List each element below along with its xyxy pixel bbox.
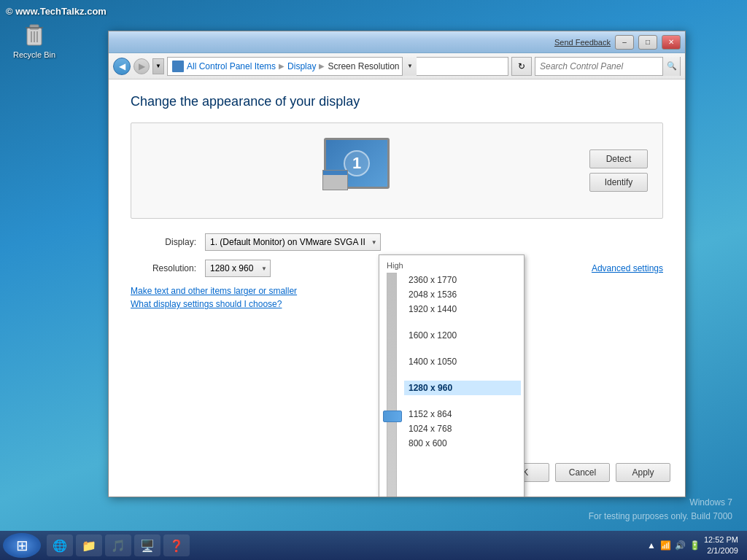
res-item-1920[interactable]: 1920 x 1440 <box>404 302 521 316</box>
taskbar-pc-icon[interactable]: 🖥️ <box>134 534 160 556</box>
breadcrumb-display[interactable]: Display <box>287 61 316 71</box>
identify-button[interactable]: Identify <box>589 173 648 192</box>
res-high-label: High <box>379 260 524 273</box>
breadcrumb-bar: All Control Panel Items ▶ Display ▶ Scre… <box>167 57 508 76</box>
breadcrumb-sep-2: ▶ <box>319 62 325 70</box>
taskbar-help-icon[interactable]: ❓ <box>163 534 190 556</box>
tray-arrow-icon[interactable]: ▲ <box>646 540 657 551</box>
monitor-area: 1 Detect Identify <box>131 122 663 219</box>
res-item-2360[interactable]: 2360 x 1770 <box>404 273 521 287</box>
breadcrumb-sep-1: ▶ <box>279 62 285 70</box>
monitor-graphic: 1 <box>324 138 411 203</box>
resolution-select[interactable]: 1280 x 960 ▼ <box>205 260 271 277</box>
res-item-800[interactable]: 800 x 600 <box>404 436 521 451</box>
minimize-button[interactable]: – <box>615 35 634 50</box>
start-button[interactable]: ⊞ <box>3 533 41 558</box>
navigation-bar: ◀ ▶ ▼ All Control Panel Items ▶ Display … <box>109 53 685 79</box>
win7-line2: For testing purposes only. Build 7000 <box>589 510 732 524</box>
cancel-button[interactable]: Cancel <box>555 463 610 482</box>
mini-window <box>322 170 348 190</box>
res-item-1280[interactable]: 1280 x 960 <box>404 381 521 395</box>
mini-window-bar <box>323 171 347 175</box>
svg-rect-1 <box>30 25 39 29</box>
res-spacer-3 <box>404 369 521 381</box>
resolution-label: Resolution: <box>131 263 196 273</box>
back-button[interactable]: ◀ <box>113 58 131 75</box>
send-feedback-link[interactable]: Send Feedback <box>554 38 611 47</box>
res-item-1024[interactable]: 747 x 560 <box>404 421 521 436</box>
res-spacer-1 <box>404 316 521 328</box>
display-dropdown-arrow: ▼ <box>371 239 377 246</box>
win7-line1: Windows 7 <box>589 496 732 510</box>
start-orb-icon: ⊞ <box>16 537 28 554</box>
clock-time: 12:52 PM <box>704 534 738 545</box>
forward-button[interactable]: ▶ <box>133 58 150 74</box>
res-spacer-2 <box>404 343 521 354</box>
res-item-1600[interactable]: 1600 x 1200 <box>404 328 521 343</box>
taskbar-media-icon[interactable]: 🎵 <box>105 534 131 556</box>
res-item-1152[interactable]: 1152 x 864 <box>404 407 521 421</box>
watermark-text: © www.TechTalkz.com <box>6 6 107 17</box>
system-clock[interactable]: 12:52 PM 2/1/2009 <box>704 534 738 557</box>
monitor-buttons: Detect Identify <box>589 149 648 192</box>
recycle-bin-label: Recycle Bin <box>13 50 55 59</box>
tray-battery-icon[interactable]: 🔋 <box>689 540 701 551</box>
maximize-button[interactable]: □ <box>638 35 657 50</box>
display-select[interactable]: 1. (Default Monitor) on VMware SVGA II ▼ <box>205 233 381 251</box>
display-label: Display: <box>131 237 196 247</box>
recycle-bin-icon[interactable]: Recycle Bin <box>13 22 55 59</box>
display-row: Display: 1. (Default Monitor) on VMware … <box>131 233 663 251</box>
taskbar: ⊞ 🌐 📁 🎵 🖥️ ❓ ▲ 📶 🔊 🔋 12:52 PM 2/1/2009 <box>0 531 747 560</box>
detect-button[interactable]: Detect <box>589 149 648 168</box>
res-slider-track[interactable] <box>387 273 397 497</box>
monitor-display: 1 <box>146 138 589 203</box>
res-spacer-4 <box>404 395 521 407</box>
resolution-dropdown-arrow: ▼ <box>261 265 267 272</box>
windows-version-label: Windows 7 For testing purposes only. Bui… <box>589 496 732 524</box>
tray-network-icon[interactable]: 📶 <box>660 540 672 551</box>
clock-date: 2/1/2009 <box>704 545 738 556</box>
search-button[interactable]: 🔍 <box>662 57 680 76</box>
main-content: Change the appearance of your display 1 … <box>109 79 685 497</box>
res-slider-container: 2360 x 1770 2048 x 1536 1920 x 1440 1600… <box>379 273 524 497</box>
res-items-list: 2360 x 1770 2048 x 1536 1920 x 1440 1600… <box>404 273 524 497</box>
res-item-2048[interactable]: 2048 x 1536 <box>404 287 521 302</box>
control-panel-icon <box>172 61 184 72</box>
history-dropdown[interactable]: ▼ <box>152 58 164 74</box>
breadcrumb-dropdown-arrow[interactable]: ▼ <box>402 57 417 76</box>
res-slider-thumb[interactable] <box>383 411 402 422</box>
taskbar-ie-icon[interactable]: 🌐 <box>47 534 73 556</box>
page-title: Change the appearance of your display <box>131 94 663 109</box>
close-button[interactable]: ✕ <box>662 35 681 50</box>
advanced-settings-link[interactable]: Advanced settings <box>592 263 663 273</box>
title-bar: Send Feedback – □ ✕ <box>109 31 685 53</box>
refresh-button[interactable]: ↻ <box>511 57 532 76</box>
tray-volume-icon[interactable]: 🔊 <box>675 540 686 551</box>
taskbar-explorer-icon[interactable]: 📁 <box>76 534 102 556</box>
search-input[interactable] <box>535 58 662 75</box>
resolution-value: 1280 x 960 <box>210 263 253 273</box>
res-item-1400[interactable]: 1400 x 1050 <box>404 354 521 369</box>
system-tray: ▲ 📶 🔊 🔋 12:52 PM 2/1/2009 <box>640 534 744 557</box>
monitor-screen: 1 <box>324 138 390 189</box>
breadcrumb-all-items[interactable]: All Control Panel Items <box>187 61 276 71</box>
resolution-dropdown-popup: High 2360 x 1770 2048 x 1536 1920 x 1440… <box>379 254 525 497</box>
control-panel-window: Send Feedback – □ ✕ ◀ ▶ ▼ All Control Pa… <box>108 31 686 497</box>
breadcrumb-screen-resolution: Screen Resolution <box>328 61 399 71</box>
display-value: 1. (Default Monitor) on VMware SVGA II <box>210 237 365 247</box>
apply-button[interactable]: Apply <box>616 463 670 482</box>
